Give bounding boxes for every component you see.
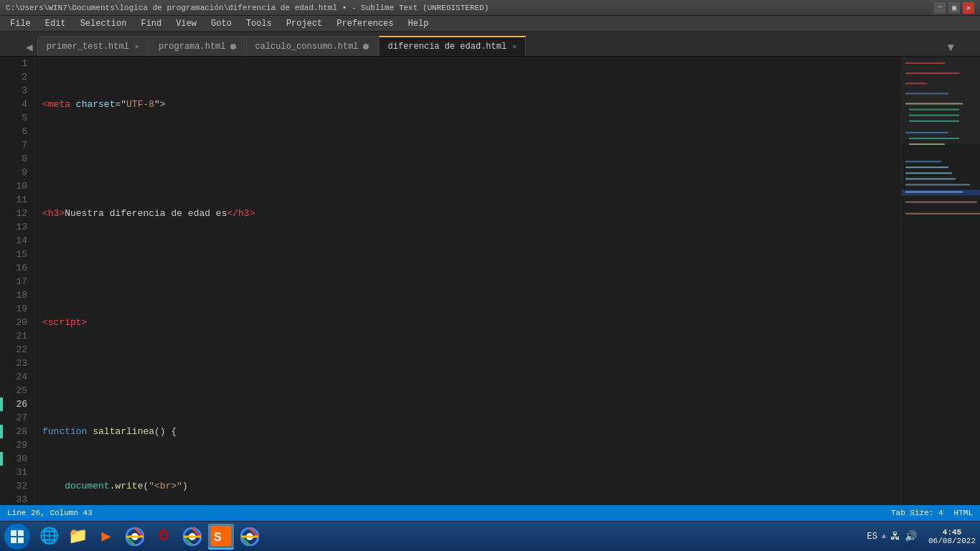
status-position: Line 26, Column 43 [7, 509, 93, 517]
tab-nav-right[interactable]: ▼ [943, 40, 958, 56]
svg-rect-16 [905, 178, 956, 179]
line-numbers: 1 2 3 4 5 6 7 8 9 10 11 12 13 14 15 16 1… [3, 57, 35, 505]
svg-rect-6 [905, 103, 963, 105]
svg-rect-9 [909, 121, 959, 122]
code-line: document.write("<br>") [42, 479, 901, 493]
taskbar: 🌐 📁 ▶ O [0, 521, 980, 551]
taskbar-right: ES ▲ 🖧 🔊 4:45 06/08/2022 [862, 528, 976, 545]
svg-rect-13 [905, 161, 941, 162]
code-line: <meta charset="UTF-8"> [42, 98, 901, 111]
taskbar-ie-icon[interactable]: 🌐 [36, 524, 62, 550]
code-line [42, 261, 901, 275]
clock[interactable]: 4:45 06/08/2022 [928, 528, 976, 545]
taskbar-sublime-icon[interactable]: S [208, 524, 234, 550]
clock-date: 06/08/2022 [928, 537, 976, 545]
code-area[interactable]: <meta charset="UTF-8"> <h3>Nuestra difer… [35, 57, 901, 505]
tray-lang: ES [867, 532, 877, 542]
svg-rect-12 [909, 143, 945, 145]
taskbar-chrome2-icon[interactable] [179, 524, 205, 550]
chrome2-svg [183, 527, 202, 546]
svg-rect-1 [902, 57, 980, 143]
svg-rect-17 [905, 184, 970, 185]
status-bar: Line 26, Column 43 Tab Size: 4 HTML [0, 505, 980, 521]
tab-close-icon[interactable]: ✕ [135, 42, 139, 51]
code-line [42, 152, 901, 166]
tab-primer-test[interactable]: primer_test.html ✕ [37, 36, 149, 56]
menu-file[interactable]: File [3, 17, 38, 30]
svg-rect-11 [909, 138, 959, 139]
svg-rect-24 [11, 537, 17, 543]
code-line: <h3>Nuestra diferencia de edad es</h3> [42, 207, 901, 220]
tab-calculo[interactable]: calculo_consumo.html [246, 36, 378, 56]
taskbar-files-icon[interactable]: 📁 [65, 524, 90, 550]
svg-rect-22 [11, 530, 17, 536]
code-line [42, 370, 901, 384]
title-bar: C:\Users\WIN7\Documents\logica de progra… [0, 0, 980, 16]
sublime-svg: S [211, 526, 231, 546]
tab-close-icon[interactable]: ✕ [512, 42, 517, 51]
code-line: function saltarlinea() { [42, 425, 901, 438]
svg-rect-2 [905, 62, 945, 64]
status-left: Line 26, Column 43 [7, 509, 93, 517]
taskbar-chrome-icon[interactable] [122, 524, 148, 550]
status-tab-size: Tab Size: 4 [891, 509, 943, 517]
menu-find[interactable]: Find [133, 17, 169, 30]
tray-arrow[interactable]: ▲ [882, 532, 886, 540]
minimize-button[interactable]: ─ [934, 2, 946, 14]
menu-tools[interactable]: Tools [239, 17, 279, 30]
menu-selection[interactable]: Selection [73, 17, 134, 30]
system-tray: ES ▲ 🖧 🔊 [862, 530, 923, 542]
clock-time: 4:45 [928, 528, 976, 537]
minimap-svg [902, 57, 980, 505]
menu-view[interactable]: View [169, 17, 204, 30]
svg-rect-20 [905, 202, 977, 203]
tab-nav-left[interactable]: ◀ [22, 39, 37, 56]
status-right: Tab Size: 4 HTML [891, 509, 973, 517]
svg-rect-5 [905, 93, 948, 94]
svg-rect-10 [905, 132, 948, 133]
close-button[interactable]: ✕ [963, 2, 974, 14]
tab-bar: ◀ primer_test.html ✕ programa.html calcu… [0, 32, 980, 57]
svg-rect-21 [905, 213, 980, 215]
menu-project[interactable]: Project [279, 17, 329, 30]
svg-text:S: S [214, 531, 222, 543]
svg-rect-23 [18, 530, 24, 536]
svg-rect-7 [909, 109, 959, 110]
svg-rect-14 [905, 166, 948, 168]
title-bar-text: C:\Users\WIN7\Documents\logica de progra… [6, 4, 489, 12]
svg-rect-19 [905, 192, 963, 193]
taskbar-left: 🌐 📁 ▶ O [4, 524, 263, 550]
tab-modified-dot [363, 44, 369, 50]
tray-speaker-icon[interactable]: 🔊 [905, 530, 917, 542]
tab-modified-dot [230, 44, 236, 50]
minimap[interactable] [901, 57, 980, 505]
editor: 1 2 3 4 5 6 7 8 9 10 11 12 13 14 15 16 1… [0, 57, 980, 505]
tab-programa[interactable]: programa.html [149, 36, 245, 56]
menu-goto[interactable]: Goto [204, 17, 239, 30]
svg-rect-18 [902, 189, 980, 195]
chrome-svg [126, 527, 144, 546]
maximize-button[interactable]: ▣ [948, 2, 960, 14]
menu-help[interactable]: Help [401, 17, 436, 30]
windows-icon [10, 529, 24, 544]
code-line: <script> [42, 316, 901, 329]
svg-rect-3 [905, 72, 959, 74]
taskbar-opera-icon[interactable]: O [151, 524, 176, 550]
start-button[interactable] [4, 524, 30, 550]
svg-rect-15 [905, 172, 952, 174]
taskbar-media-icon[interactable]: ▶ [93, 524, 119, 550]
tab-diferencia[interactable]: diferencia de edad.html ✕ [379, 36, 527, 56]
svg-rect-8 [909, 115, 959, 116]
menu-edit[interactable]: Edit [38, 17, 73, 30]
taskbar-browser-icon[interactable] [237, 524, 263, 550]
browser-svg [240, 527, 259, 546]
status-language: HTML [954, 509, 973, 517]
menu-bar: File Edit Selection Find View Goto Tools… [0, 16, 980, 32]
svg-rect-4 [905, 83, 927, 84]
menu-preferences[interactable]: Preferences [329, 17, 400, 30]
title-bar-controls: ─ ▣ ✕ [934, 2, 974, 14]
svg-rect-25 [18, 537, 24, 543]
tray-network-icon: 🖧 [890, 531, 900, 542]
